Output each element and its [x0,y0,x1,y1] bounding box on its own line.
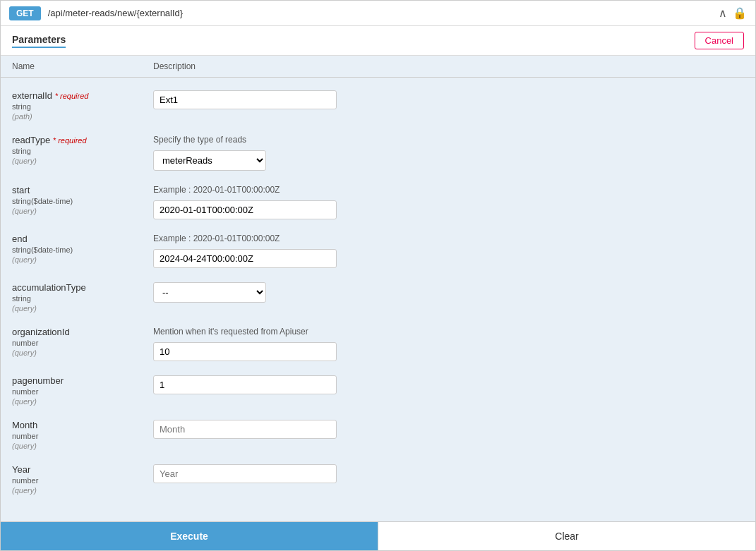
param-row: organizationIdnumber(query)Mention when … [12,320,744,368]
param-row: readType * requiredstring(query)Specify … [12,128,744,178]
param-qualifier-organizationId: (query) [12,349,153,357]
param-input-externalId[interactable] [153,90,337,109]
param-required-externalId: * required [55,92,89,100]
param-input-area-pagenumber [153,375,744,394]
param-row: pagenumbernumber(query) [12,368,744,413]
param-label-organizationId: organizationId [12,327,153,337]
api-explorer-window: GET /api/meter-reads/new/{externalId} ∧ … [0,0,756,551]
param-qualifier-readType: (query) [12,157,153,165]
param-input-start[interactable] [153,200,337,219]
param-input-area-readType: Specify the type of readsmeterReadsinter… [153,135,744,171]
param-label-end: end [12,234,153,244]
param-name-start: startstring($date-time)(query) [12,185,153,215]
param-input-pagenumber[interactable] [153,375,337,394]
param-input-area-organizationId: Mention when it's requested from Apiuser [153,327,744,361]
param-name-Year: Yearnumber(query) [12,464,153,495]
param-input-organizationId[interactable] [153,342,337,361]
params-header: Parameters Cancel [1,26,755,56]
param-description-start: Example : 2020-01-01T00:00:00Z [153,185,744,195]
param-type-pagenumber: number [12,387,153,396]
param-description-organizationId: Mention when it's requested from Apiuser [153,327,744,337]
param-row: Yearnumber(query) [12,457,744,502]
param-select-readType[interactable]: meterReadsintervalReadsdailyReads [153,150,266,171]
description-column-header: Description [153,61,744,71]
param-row: externalId * requiredstring(path) [12,83,744,128]
param-qualifier-start: (query) [12,207,153,215]
param-type-Month: number [12,432,153,440]
param-input-area-start: Example : 2020-01-01T00:00:00Z [153,185,744,219]
param-label-accumulationType: accumulationType [12,282,153,293]
param-input-area-end: Example : 2020-01-01T00:00:00Z [153,234,744,268]
param-input-area-Year [153,464,744,483]
param-row: Monthnumber(query) [12,413,744,457]
column-headers: Name Description [1,56,755,78]
param-row: endstring($date-time)(query)Example : 20… [12,226,744,275]
clear-button[interactable]: Clear [378,522,755,550]
top-bar-left: GET /api/meter-reads/new/{externalId} [9,6,183,20]
content-area: Name Description externalId * requiredst… [1,56,755,521]
cancel-button[interactable]: Cancel [695,32,744,49]
param-select-accumulationType[interactable]: --cumulativedelta [153,282,266,303]
param-required-readType: * required [53,136,87,145]
param-qualifier-end: (query) [12,255,153,264]
param-input-Year[interactable] [153,464,337,483]
param-name-pagenumber: pagenumbernumber(query) [12,375,153,406]
param-name-end: endstring($date-time)(query) [12,234,153,264]
param-label-start: start [12,185,153,195]
param-description-readType: Specify the type of reads [153,135,744,145]
param-qualifier-externalId: (path) [12,112,153,121]
param-type-end: string($date-time) [12,246,153,254]
param-name-externalId: externalId * requiredstring(path) [12,90,153,121]
param-name-Month: Monthnumber(query) [12,420,153,450]
param-qualifier-accumulationType: (query) [12,304,153,313]
param-input-Month[interactable] [153,420,337,439]
param-name-organizationId: organizationIdnumber(query) [12,327,153,357]
param-name-accumulationType: accumulationTypestring(query) [12,282,153,313]
param-label-externalId: externalId * required [12,90,153,101]
param-row: startstring($date-time)(query)Example : … [12,178,744,226]
top-bar-right: ∧ 🔒 [719,6,747,20]
param-input-area-externalId [153,90,744,109]
param-label-Year: Year [12,464,153,475]
param-description-end: Example : 2020-01-01T00:00:00Z [153,234,744,243]
name-column-header: Name [12,61,153,71]
param-label-Month: Month [12,420,153,430]
param-name-readType: readType * requiredstring(query) [12,135,153,165]
param-type-organizationId: number [12,339,153,347]
param-qualifier-Year: (query) [12,486,153,495]
param-type-Year: number [12,476,153,485]
endpoint-path: /api/meter-reads/new/{externalId} [48,8,184,18]
param-label-readType: readType * required [12,135,153,145]
param-input-area-Month [153,420,744,439]
param-label-pagenumber: pagenumber [12,375,153,386]
param-type-readType: string [12,147,153,155]
params-list: externalId * requiredstring(path)readTyp… [1,78,755,507]
lock-icon[interactable]: 🔒 [733,6,747,20]
collapse-icon[interactable]: ∧ [719,6,727,20]
param-qualifier-pagenumber: (query) [12,397,153,406]
param-input-end[interactable] [153,249,337,268]
param-row: accumulationTypestring(query)--cumulativ… [12,275,744,320]
param-type-accumulationType: string [12,294,153,303]
execute-button[interactable]: Execute [1,522,378,550]
param-input-area-accumulationType: --cumulativedelta [153,282,744,303]
param-qualifier-Month: (query) [12,442,153,450]
top-bar: GET /api/meter-reads/new/{externalId} ∧ … [1,1,755,26]
footer-buttons: Execute Clear [1,521,755,550]
param-type-start: string($date-time) [12,197,153,205]
param-type-externalId: string [12,102,153,111]
params-title: Parameters [12,34,66,48]
http-method-badge: GET [9,6,41,20]
